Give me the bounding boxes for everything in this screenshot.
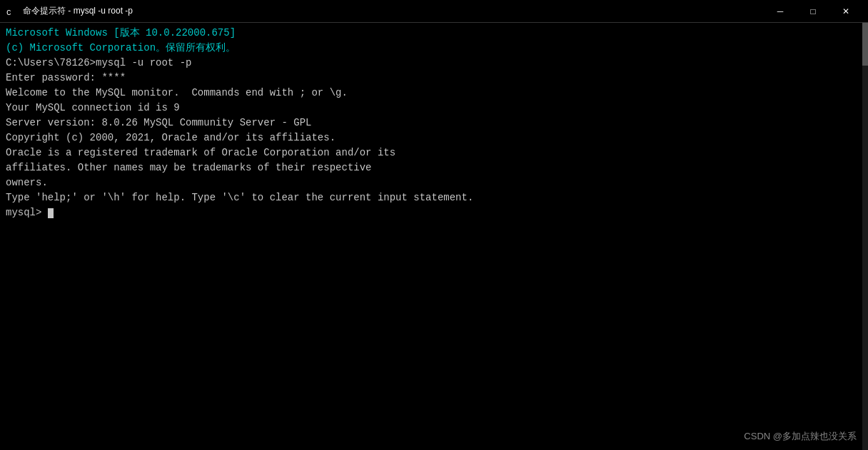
cmd-icon: C (6, 6, 17, 17)
close-button[interactable]: ✕ (829, 0, 862, 23)
terminal-line: affiliates. Other names may be trademark… (6, 160, 862, 175)
scrollbar[interactable] (862, 23, 868, 450)
terminal-window: C 命令提示符 - mysql -u root -p ─ □ ✕ Microso… (0, 0, 868, 450)
title-bar: C 命令提示符 - mysql -u root -p ─ □ ✕ (0, 0, 868, 23)
watermark: CSDN @多加点辣也没关系 (744, 430, 857, 443)
terminal-line: (c) Microsoft Corporation。保留所有权利。 (6, 41, 862, 56)
terminal-body[interactable]: Microsoft Windows [版本 10.0.22000.675](c)… (0, 23, 868, 450)
terminal-line: Copyright (c) 2000, 2021, Oracle and/or … (6, 131, 862, 145)
terminal-line: Server version: 8.0.26 MySQL Community S… (6, 116, 862, 131)
window-title: 命令提示符 - mysql -u root -p (23, 5, 764, 17)
terminal-line: Oracle is a registered trademark of Orac… (6, 145, 862, 160)
terminal-line: Your MySQL connection id is 9 (6, 101, 862, 116)
window-controls: ─ □ ✕ (764, 0, 862, 23)
scrollbar-thumb[interactable] (862, 23, 868, 66)
terminal-line: Microsoft Windows [版本 10.0.22000.675] (6, 26, 862, 41)
terminal-line: Type 'help;' or '\h' for help. Type '\c'… (6, 190, 862, 205)
svg-text:C: C (6, 9, 11, 17)
maximize-button[interactable]: □ (797, 0, 829, 23)
terminal-line: Welcome to the MySQL monitor. Commands e… (6, 86, 862, 101)
terminal-output: Microsoft Windows [版本 10.0.22000.675](c)… (6, 26, 862, 220)
terminal-line: owners. (6, 175, 862, 190)
minimize-button[interactable]: ─ (764, 0, 797, 23)
terminal-line: C:\Users\78126>mysql -u root -p (6, 56, 862, 71)
terminal-line: Enter password: **** (6, 71, 862, 86)
cursor (48, 208, 54, 218)
terminal-line: mysql> (6, 205, 862, 220)
prompt-text: mysql> (6, 207, 48, 218)
